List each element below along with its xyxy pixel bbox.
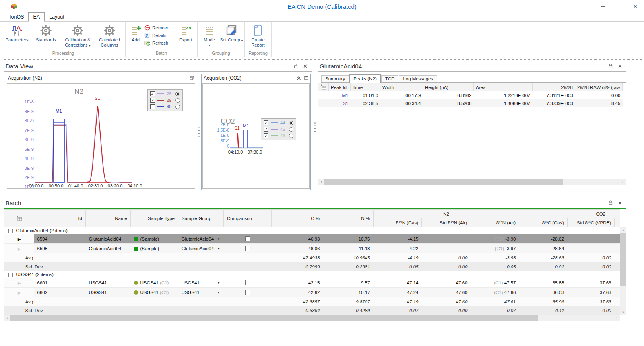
scroll-thumb[interactable] — [620, 233, 626, 286]
batch-row[interactable]: ▶ 6595 GlutamicAcid04 (Sample) GlutamicA… — [4, 244, 620, 253]
legend-checkbox[interactable]: ✓ — [264, 120, 268, 125]
legend-item[interactable]: ✓ 45 — [264, 127, 293, 132]
close-panel-icon[interactable]: ✕ — [618, 63, 622, 69]
refresh-button[interactable]: Refresh — [144, 40, 175, 46]
restore-button[interactable] — [616, 4, 622, 9]
peaks-column-header[interactable]: Time — [351, 83, 380, 91]
legend-checkbox[interactable]: ✓ — [150, 98, 155, 103]
batch-group-header[interactable]: −GlutamicAcid04 (2 items) — [4, 227, 620, 234]
cell-sample-type: USGS41 (C1) — [131, 278, 178, 288]
legend-checkbox[interactable]: ✓ — [264, 133, 268, 138]
scroll-thumb[interactable] — [10, 315, 538, 321]
close-panel-icon[interactable]: ✕ — [618, 200, 622, 206]
legend-radio[interactable] — [289, 134, 293, 138]
tab-tcd[interactable]: TCD — [381, 75, 399, 82]
cell-id: 6594 — [34, 234, 86, 244]
legend-radio[interactable] — [175, 98, 180, 103]
field-chooser-icon[interactable] — [318, 83, 329, 91]
batch-hscrollbar[interactable]: ‹ › — [4, 315, 620, 321]
batch-row[interactable]: ▶ 6602 USGS41 USGS41 (C1) USGS41▾ 42.621… — [4, 288, 620, 297]
peaks-row[interactable]: M1 01:01.000:17.9 6.81621.2216E-007 7.31… — [318, 91, 623, 99]
legend-radio[interactable] — [289, 127, 293, 132]
legend-radio[interactable] — [175, 92, 180, 96]
co2-chart[interactable]: CO2 2E-81.5E-81E-85E-90 04:10.007:30.0 S… — [202, 83, 310, 189]
sample-group-dropdown[interactable]: USGS41▾ — [182, 280, 221, 285]
calibration-corrections-button[interactable]: Calibration & Corrections ▾ — [60, 22, 95, 48]
batch-row[interactable]: ▶ 6594 GlutamicAcid04 (Sample) GlutamicA… — [4, 234, 620, 244]
peaks-hscrollbar[interactable]: ‹ › — [318, 179, 626, 185]
chart-splitter[interactable] — [196, 74, 201, 190]
comparison-checkbox[interactable] — [245, 236, 250, 241]
n2-chart[interactable]: N2 1E-89E-98E-97E-96E-95E-94E-93E-92E-91… — [7, 83, 195, 189]
legend-checkbox[interactable]: ✓ — [150, 91, 155, 96]
calculated-columns-button[interactable]: Calculated Columns — [95, 22, 124, 48]
scroll-up-icon[interactable]: ˄ — [620, 227, 626, 233]
batch-vscrollbar[interactable]: ˄ ˅ — [620, 227, 626, 315]
scroll-left-icon[interactable]: ‹ — [318, 179, 324, 185]
batch-group-header[interactable]: −USGS41 (2 items) — [4, 271, 620, 278]
legend-checkbox[interactable]: ✓ — [264, 127, 268, 132]
remove-button[interactable]: Remove — [144, 25, 175, 31]
legend-checkbox[interactable] — [150, 104, 155, 109]
peak-id: S1 — [329, 99, 351, 107]
pin-lock-icon[interactable] — [293, 64, 298, 69]
pin-lock-icon[interactable] — [608, 200, 613, 206]
sample-group-dropdown[interactable]: USGS41▾ — [182, 290, 221, 295]
column-header-d13c-gas: δ¹³C (Gas) — [519, 218, 568, 227]
batch-column-headers[interactable]: Id Name Sample Type Sample Group Compari… — [4, 210, 620, 227]
collapse-icon[interactable]: − — [8, 273, 13, 277]
legend-item[interactable]: ✓ 28 — [150, 91, 180, 96]
legend-item[interactable]: ✓ 46 — [264, 133, 293, 138]
tab-ea[interactable]: EA — [28, 12, 45, 22]
sample-group-dropdown[interactable]: GlutamicAcid04▾ — [182, 246, 221, 251]
peaks-column-header[interactable]: Peak Id — [329, 83, 351, 91]
peaks-column-header[interactable]: 29/28 — [533, 83, 575, 91]
pin-lock-icon[interactable] — [608, 64, 613, 69]
field-chooser-icon[interactable] — [4, 210, 34, 227]
peaks-row[interactable]: S1 02:38.500:34.4 8.52081.4066E-007 7.37… — [318, 99, 623, 107]
legend-radio[interactable] — [289, 121, 293, 125]
export-button[interactable]: Export — [175, 22, 196, 43]
scroll-left-icon[interactable]: ‹ — [4, 315, 10, 321]
x-axis-tick: 01:40.0 — [68, 183, 83, 188]
panel-splitter[interactable] — [312, 61, 318, 193]
tab-summary[interactable]: Summary — [321, 75, 349, 82]
peaks-column-header[interactable]: 29/28 RAW δ29 (raw — [575, 83, 623, 91]
create-report-button[interactable]: Create Report — [246, 22, 270, 48]
tab-ionos[interactable]: IonOS — [5, 13, 28, 21]
scroll-right-icon[interactable]: › — [620, 179, 626, 185]
comparison-checkbox[interactable] — [245, 290, 250, 295]
peaks-header-row[interactable]: Peak IdTimeWidthHeight (nA)Area29/2829/2… — [318, 83, 623, 91]
legend-item[interactable]: ✓ 29 — [150, 98, 180, 103]
sample-group-dropdown[interactable]: GlutamicAcid04▾ — [182, 237, 221, 241]
legend-item[interactable]: 30 — [150, 104, 180, 109]
tab-peaks-n2[interactable]: Peaks (N2) — [349, 74, 381, 83]
batch-row[interactable]: ▶ 6601 USGS41 USGS41 (C1) USGS41▾ 42.159… — [4, 278, 620, 288]
collapse-icon[interactable]: − — [8, 229, 13, 233]
tab-layout[interactable]: Layout — [45, 13, 69, 21]
parameters-button[interactable]: Parameters — [2, 22, 31, 43]
mode-icon — [204, 24, 215, 37]
tab-log-messages[interactable]: Log Messages — [399, 75, 437, 82]
comparison-checkbox[interactable] — [245, 246, 250, 251]
scroll-down-icon[interactable]: ˅ — [620, 309, 626, 315]
close-button[interactable]: ✕ — [632, 4, 638, 9]
peaks-column-header[interactable]: Height (nA) — [423, 83, 474, 91]
peaks-column-header[interactable]: Width — [380, 83, 423, 91]
minimize-button[interactable] — [600, 4, 606, 9]
collapse-chevrons-icon[interactable] — [297, 76, 301, 80]
comparison-checkbox[interactable] — [245, 280, 250, 285]
close-panel-icon[interactable]: ✕ — [303, 63, 308, 69]
scroll-thumb[interactable] — [324, 179, 563, 185]
scroll-right-icon[interactable]: › — [614, 315, 620, 321]
peaks-column-header[interactable]: Area — [474, 83, 533, 91]
details-button[interactable]: Details — [144, 33, 175, 38]
restore-pane-icon[interactable] — [190, 76, 194, 80]
standards-button[interactable]: Standards — [31, 22, 60, 43]
add-button[interactable]: Add — [127, 22, 144, 43]
legend-item[interactable]: ✓ 44 — [264, 120, 293, 125]
maximize-pane-icon[interactable] — [304, 76, 308, 80]
legend-radio[interactable] — [175, 105, 180, 109]
set-group-button[interactable]: Set Group ▾ — [220, 22, 243, 43]
mode-button[interactable]: Mode ▾ — [199, 22, 220, 48]
